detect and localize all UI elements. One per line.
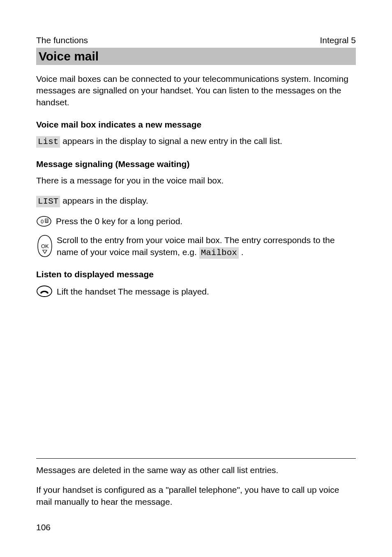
- step-scroll: OK Scroll to the entry from your voice m…: [36, 234, 356, 259]
- footer-block: Messages are deleted in the same way as …: [36, 458, 356, 532]
- press-zero-text: Press the 0 key for a long period.: [56, 216, 182, 227]
- footer-line1: Messages are deleted in the same way as …: [36, 464, 356, 476]
- section-new-message-head: Voice mail box indicates a new message: [36, 120, 356, 130]
- scroll-text-wrap: Scroll to the entry from your voice mail…: [57, 235, 335, 256]
- lift-handset-text: Lift the handset The message is played.: [57, 286, 209, 297]
- code-list: List: [36, 136, 60, 148]
- waiting-intro: There is a message for you in the voice …: [36, 175, 356, 186]
- code-list-upper: LIST: [36, 196, 60, 207]
- scroll-suffix: .: [239, 247, 244, 257]
- intro-paragraph: Voice mail boxes can be connected to you…: [36, 73, 356, 108]
- list-upper-line: LIST appears in the display.: [36, 195, 356, 207]
- header-right: Integral 5: [320, 35, 356, 45]
- svg-text:0: 0: [41, 218, 44, 225]
- document-page: The functions Integral 5 Voice mail Voic…: [0, 0, 392, 557]
- step-press-zero: 0 Press the 0 key for a long period.: [36, 216, 356, 227]
- waiting-text: appears in the display.: [60, 196, 148, 205]
- step-lift-handset: Lift the handset The message is played.: [36, 285, 356, 297]
- svg-point-0: [37, 216, 51, 226]
- footer-line2: If your handset is configured as a "para…: [36, 484, 356, 508]
- ok-down-icon: OK: [36, 234, 53, 258]
- scroll-prefix: Scroll to the entry from your voice mail…: [57, 235, 335, 256]
- svg-rect-2: [45, 219, 48, 223]
- page-header: The functions Integral 5: [36, 35, 356, 45]
- lift-handset-icon: [36, 285, 53, 297]
- section-waiting-head: Message signaling (Message waiting): [36, 159, 356, 169]
- page-title: Voice mail: [36, 48, 356, 65]
- code-mailbox: Mailbox: [199, 247, 239, 259]
- header-left: The functions: [36, 35, 88, 45]
- footer-divider: [36, 458, 356, 459]
- new-message-line: List appears in the display to signal a …: [36, 135, 356, 148]
- page-number: 106: [36, 522, 356, 532]
- zero-key-icon: 0: [36, 216, 52, 227]
- new-message-text: appears in the display to signal a new e…: [60, 136, 282, 146]
- svg-text:OK: OK: [41, 243, 49, 249]
- section-listen-head: Listen to displayed message: [36, 269, 356, 279]
- svg-marker-7: [43, 250, 47, 253]
